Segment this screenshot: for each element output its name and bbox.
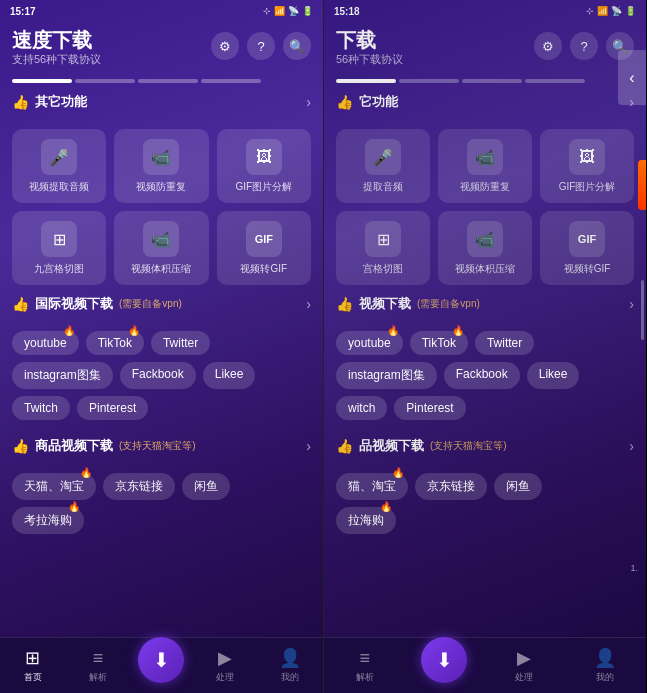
shop-label-left: 商品视频下载 xyxy=(35,437,113,455)
feature-label-gif-split: GIF图片分解 xyxy=(235,181,292,193)
feature-gif-convert-r[interactable]: GIF 视频转GIF xyxy=(540,211,634,285)
feature-label-r1: 提取音频 xyxy=(363,181,403,193)
tag-pinterest-left[interactable]: Pinterest xyxy=(77,396,148,420)
status-bar-right: 15:18 ⊹ 📶 📡 🔋 xyxy=(324,0,646,22)
dot-r3[interactable] xyxy=(462,79,522,83)
tag-taobao-right[interactable]: 猫、淘宝 🔥 xyxy=(336,473,408,500)
nav-parse-label-left: 解析 xyxy=(89,671,107,684)
intl-section-right: 👍 视频下载 (需要自备vpn) › xyxy=(324,289,646,327)
nav-home-left[interactable]: ⊞ 首页 xyxy=(8,647,58,684)
nav-mine-left[interactable]: 👤 我的 xyxy=(265,647,315,684)
intl-tags-left: youtube 🔥 TikTok 🔥 Twitter instagram图集 F… xyxy=(0,327,323,431)
tag-facebook-left[interactable]: Fackbook xyxy=(120,362,196,389)
tag-instagram-right[interactable]: instagram图集 xyxy=(336,362,437,389)
features-section-left: 👍 其它功能 › xyxy=(0,87,323,125)
feature-nine-grid-r[interactable]: ⊞ 宫格切图 xyxy=(336,211,430,285)
right-phone-panel: ‹ 15:18 ⊹ 📶 📡 🔋 下载 56种下载协议 ⚙ ? 🔍 xyxy=(323,0,646,693)
nav-download-center-left[interactable]: ⬇ xyxy=(138,637,184,683)
back-button-right[interactable]: ‹ xyxy=(618,50,646,105)
feature-label-anti-shake: 视频防重复 xyxy=(136,181,186,193)
dot-r1[interactable] xyxy=(336,79,396,83)
progress-dots-left xyxy=(0,75,323,87)
tag-tiktok-label-right: TikTok xyxy=(422,336,456,350)
tag-jd-label-left: 京东链接 xyxy=(115,479,163,493)
shop-header-left: 👍 商品视频下载 (支持天猫淘宝等) › xyxy=(12,437,311,455)
dot-4[interactable] xyxy=(201,79,261,83)
tag-twitch-left[interactable]: Twitch xyxy=(12,396,70,420)
nav-process-right[interactable]: ▶ 处理 xyxy=(499,647,549,684)
thumb-icon-intl-left: 👍 xyxy=(12,296,29,312)
help-icon-left[interactable]: ? xyxy=(247,32,275,60)
nav-download-center-right[interactable]: ⬇ xyxy=(421,637,467,683)
nav-parse-left[interactable]: ≡ 解析 xyxy=(73,648,123,684)
shop-section-left: 👍 商品视频下载 (支持天猫淘宝等) › xyxy=(0,431,323,469)
nav-mine-right[interactable]: 👤 我的 xyxy=(580,647,630,684)
tag-youtube-right[interactable]: youtube 🔥 xyxy=(336,331,403,355)
feature-anti-shake-r[interactable]: 📹 视频防重复 xyxy=(438,129,532,203)
feature-extract-audio-r[interactable]: 🎤 提取音频 xyxy=(336,129,430,203)
settings-icon-right[interactable]: ⚙ xyxy=(534,32,562,60)
feature-anti-shake[interactable]: 📹 视频防重复 xyxy=(114,129,208,203)
intl-header-right: 👍 视频下载 (需要自备vpn) › xyxy=(336,295,634,313)
tag-kaola-right[interactable]: 拉海购 🔥 xyxy=(336,507,396,534)
tag-tiktok-right[interactable]: TikTok 🔥 xyxy=(410,331,468,355)
feature-compress-r[interactable]: 📹 视频体积压缩 xyxy=(438,211,532,285)
settings-icon-left[interactable]: ⚙ xyxy=(211,32,239,60)
feature-gif-split-r[interactable]: 🖼 GIF图片分解 xyxy=(540,129,634,203)
tag-xianyu-left[interactable]: 闲鱼 xyxy=(182,473,230,500)
tag-jd-right[interactable]: 京东链接 xyxy=(415,473,487,500)
tag-likee-left[interactable]: Likee xyxy=(203,362,256,389)
tag-instagram-left[interactable]: instagram图集 xyxy=(12,362,113,389)
wifi-icon-right: 📡 xyxy=(611,6,622,16)
tag-facebook-right[interactable]: Fackbook xyxy=(444,362,520,389)
tag-youtube-left[interactable]: youtube 🔥 xyxy=(12,331,79,355)
nav-mine-label-right: 我的 xyxy=(596,671,614,684)
shop-title-left: 👍 商品视频下载 (支持天猫淘宝等) xyxy=(12,437,196,455)
tag-tiktok-left[interactable]: TikTok 🔥 xyxy=(86,331,144,355)
shop-chevron-left[interactable]: › xyxy=(306,438,311,454)
nav-parse-right[interactable]: ≡ 解析 xyxy=(340,648,390,684)
tag-likee-right[interactable]: Likee xyxy=(527,362,580,389)
dot-1[interactable] xyxy=(12,79,72,83)
help-icon-right[interactable]: ? xyxy=(570,32,598,60)
tag-likee-label-left: Likee xyxy=(215,367,244,381)
dot-r4[interactable] xyxy=(525,79,585,83)
dot-2[interactable] xyxy=(75,79,135,83)
tag-kaola-label-left: 考拉海购 xyxy=(24,513,72,527)
vpn-hint-right: (需要自备vpn) xyxy=(417,297,480,311)
search-icon-left[interactable]: 🔍 xyxy=(283,32,311,60)
wifi-icon: 📡 xyxy=(288,6,299,16)
feature-gif-split[interactable]: 🖼 GIF图片分解 xyxy=(217,129,311,203)
tag-twitch-right[interactable]: witch xyxy=(336,396,387,420)
feature-extract-audio[interactable]: 🎤 视频提取音频 xyxy=(12,129,106,203)
feature-compress[interactable]: 📹 视频体积压缩 xyxy=(114,211,208,285)
tag-twitter-right[interactable]: Twitter xyxy=(475,331,534,355)
fire-badge-tiktok-right: 🔥 xyxy=(452,325,464,336)
feature-nine-grid[interactable]: ⊞ 九宫格切图 xyxy=(12,211,106,285)
dot-3[interactable] xyxy=(138,79,198,83)
home-icon-left: ⊞ xyxy=(25,647,40,669)
gif-icon-r1: 🖼 xyxy=(569,139,605,175)
thumb-icon-left: 👍 xyxy=(12,94,29,110)
intl-chevron-right[interactable]: › xyxy=(629,296,634,312)
tag-taobao-left[interactable]: 天猫、淘宝 🔥 xyxy=(12,473,96,500)
dot-r2[interactable] xyxy=(399,79,459,83)
tag-xianyu-right[interactable]: 闲鱼 xyxy=(494,473,542,500)
intl-tags-row3-right: witch Pinterest xyxy=(336,396,634,420)
tag-kaola-left[interactable]: 考拉海购 🔥 xyxy=(12,507,84,534)
intl-chevron-left[interactable]: › xyxy=(306,296,311,312)
tag-twitter-left[interactable]: Twitter xyxy=(151,331,210,355)
tag-facebook-label-right: Fackbook xyxy=(456,367,508,381)
shop-chevron-right[interactable]: › xyxy=(629,438,634,454)
features-chevron-left[interactable]: › xyxy=(306,94,311,110)
feature-label-r2: 视频防重复 xyxy=(460,181,510,193)
tag-twitter-label-right: Twitter xyxy=(487,336,522,350)
status-icons-right: ⊹ 📶 📡 🔋 xyxy=(586,6,636,16)
tag-youtube-label-left: youtube xyxy=(24,336,67,350)
feature-label-compress: 视频体积压缩 xyxy=(131,263,191,275)
feature-label-extract-audio: 视频提取音频 xyxy=(29,181,89,193)
nav-process-left[interactable]: ▶ 处理 xyxy=(200,647,250,684)
tag-pinterest-right[interactable]: Pinterest xyxy=(394,396,465,420)
tag-jd-left[interactable]: 京东链接 xyxy=(103,473,175,500)
feature-gif-convert[interactable]: GIF 视频转GIF xyxy=(217,211,311,285)
